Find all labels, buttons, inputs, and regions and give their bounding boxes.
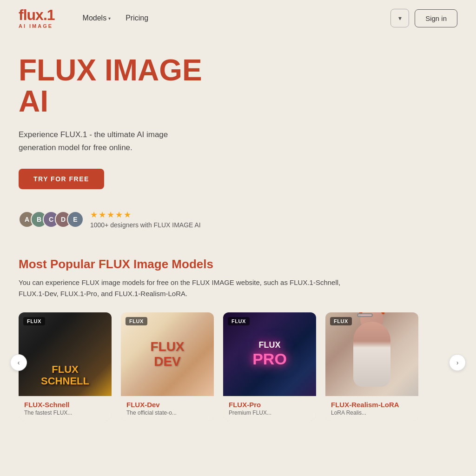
person-body [353, 322, 390, 387]
hero-content: FLUX IMAGE AI Experience FLUX.1 - the ul… [0, 36, 232, 238]
star-icon: ★ [107, 210, 114, 220]
main-nav: Models ▾ Pricing [83, 14, 148, 22]
card-info-realism: FLUX-Realism-LoRA LoRA Realis... [325, 396, 418, 421]
site-header: flux.1 AI IMAGE Models ▾ Pricing ▾ Sign … [0, 0, 476, 36]
card-image-schnell: FLUX FLUXSCHNELL [19, 312, 112, 396]
models-section: Most Popular FLUX Image Models You can e… [0, 238, 476, 430]
card-tagline: The official state-o... [126, 410, 208, 416]
card-badge: FLUX [126, 317, 147, 325]
nav-models[interactable]: Models ▾ [83, 14, 111, 22]
logo-sub: AI IMAGE [19, 23, 53, 29]
star-rating: ★ ★ ★ ★ ★ [90, 210, 201, 220]
try-free-button[interactable]: TRY FOR FREE [19, 169, 104, 189]
card-name: FLUX-Dev [126, 401, 208, 409]
card-image-dev: FLUX FLUXDEV [121, 312, 214, 396]
header-right: ▾ Sign in [390, 9, 457, 27]
card-badge: FLUX [228, 317, 250, 325]
hero-title: FLUX IMAGE AI [19, 55, 214, 117]
carousel-next-button[interactable]: › [449, 354, 466, 371]
star-icon: ★ [90, 210, 98, 220]
chevron-down-icon: ▾ [108, 16, 111, 21]
star-icon: ★ [115, 210, 123, 220]
pro-overlay-text: FLUX PRO [252, 340, 287, 368]
card-info-schnell: FLUX-Schnell The fastest FLUX... [19, 396, 112, 421]
card-name: FLUX-Realism-LoRA [331, 401, 413, 409]
chevron-down-icon: ▾ [398, 14, 402, 22]
hero-description: Experience FLUX.1 - the ultimate AI imag… [19, 128, 195, 153]
card-tagline: The fastest FLUX... [24, 410, 106, 416]
card-name: FLUX-Schnell [24, 401, 106, 409]
logo[interactable]: flux.1 AI IMAGE [19, 7, 55, 29]
card-info-dev: FLUX-Dev The official state-o... [121, 396, 214, 421]
model-card-realism[interactable]: FLUX FLUX-Realism-LoRA [325, 312, 418, 421]
realism-person-illustration [325, 312, 418, 396]
avatar: E [67, 211, 84, 228]
hero-section: FLUX IMAGE AI Experience FLUX.1 - the ul… [0, 36, 476, 238]
nav-pricing[interactable]: Pricing [126, 14, 148, 22]
social-proof-text: 1000+ designers with FLUX IMAGE AI [90, 221, 201, 229]
card-tagline: Premium FLUX... [229, 410, 311, 416]
model-card-pro[interactable]: FLUX FLUX PRO FLUX-Pro Premium FLUX... [223, 312, 316, 421]
models-section-description: You can experience FLUX image models for… [19, 277, 344, 299]
card-tagline: LoRA Realis... [331, 410, 413, 416]
card-name: FLUX-Pro [229, 401, 311, 409]
star-icon: ★ [99, 210, 106, 220]
logo-text: flux.1 [19, 7, 55, 22]
chevron-right-icon: › [456, 359, 459, 366]
avatar-group: A B C D E [19, 211, 84, 228]
carousel-prev-button[interactable]: ‹ [10, 354, 27, 371]
models-section-title: Most Popular FLUX Image Models [19, 257, 457, 271]
card-image-pro: FLUX FLUX PRO [223, 312, 316, 396]
chevron-left-icon: ‹ [18, 359, 20, 366]
language-button[interactable]: ▾ [390, 9, 409, 27]
social-proof: A B C D E ★ ★ ★ ★ ★ 1000+ designers with… [19, 210, 214, 229]
schnell-overlay-text: FLUXSCHNELL [41, 364, 89, 386]
signin-button[interactable]: Sign in [415, 9, 457, 27]
model-cards-wrapper: ‹ FLUX FLUXSCHNELL FLUX-Schnell The fast… [19, 312, 457, 421]
glasses-icon [357, 313, 373, 317]
card-image-realism: FLUX [325, 312, 418, 396]
model-card-schnell[interactable]: FLUX FLUXSCHNELL FLUX-Schnell The fastes… [19, 312, 112, 421]
dev-overlay-text: FLUXDEV [150, 339, 184, 369]
card-badge: FLUX [23, 317, 45, 325]
card-info-pro: FLUX-Pro Premium FLUX... [223, 396, 316, 421]
header-left: flux.1 AI IMAGE Models ▾ Pricing [19, 7, 148, 29]
model-cards-row: FLUX FLUXSCHNELL FLUX-Schnell The fastes… [19, 312, 457, 421]
rating-block: ★ ★ ★ ★ ★ 1000+ designers with FLUX IMAG… [90, 210, 201, 229]
star-icon: ★ [124, 210, 131, 220]
model-card-dev[interactable]: FLUX FLUXDEV FLUX-Dev The official state… [121, 312, 214, 421]
